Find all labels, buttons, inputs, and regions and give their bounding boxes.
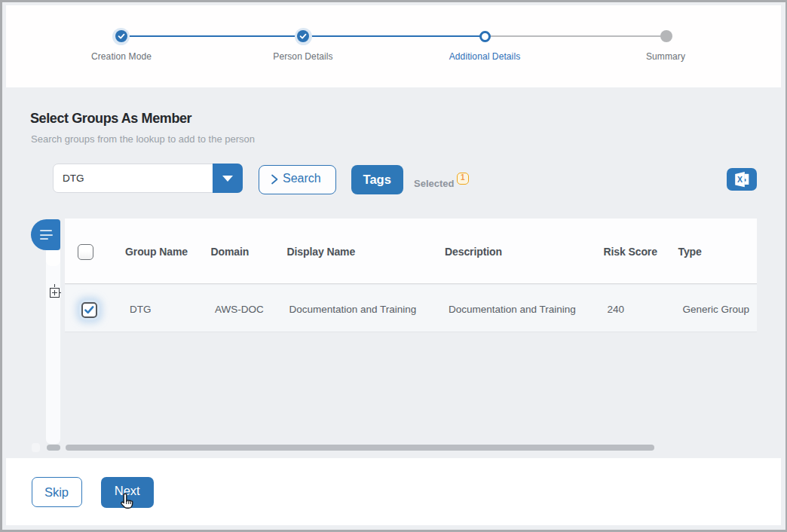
svg-text:X: X — [737, 175, 743, 184]
